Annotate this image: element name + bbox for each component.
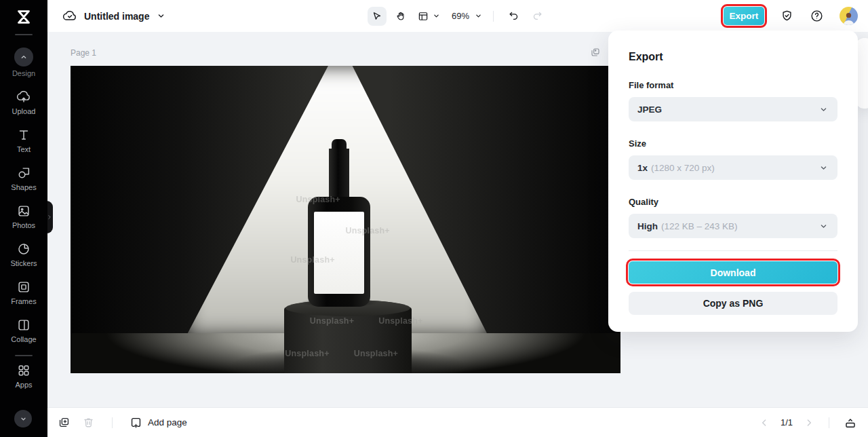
bottombar: Add page 1/1: [47, 407, 868, 437]
add-page-button[interactable]: Add page: [130, 416, 187, 429]
avatar[interactable]: [840, 7, 858, 25]
person-silhouette-icon: [842, 10, 856, 25]
canvas-page[interactable]: Unsplash+ Unsplash+ Unsplash+ Unsplash+ …: [71, 66, 620, 373]
hand-icon: [395, 10, 407, 22]
watermark: Unsplash+: [296, 195, 340, 204]
trash-icon: [82, 416, 95, 429]
sidebar-item-label: Design: [12, 69, 35, 77]
size-label: Size: [629, 138, 837, 149]
watermark: Unsplash+: [378, 316, 422, 326]
export-button[interactable]: Export: [724, 7, 764, 25]
sidebar-item-label: Text: [17, 145, 31, 153]
chevron-down-icon: [432, 12, 441, 20]
file-format-select[interactable]: JPEG: [629, 97, 837, 121]
sidebar-item-apps[interactable]: Apps: [0, 362, 47, 395]
shield-check-icon[interactable]: [780, 9, 794, 23]
quality-value: High: [637, 221, 658, 231]
present-icon: [844, 416, 857, 430]
add-page-label: Add page: [148, 417, 187, 428]
panel-divider: [629, 250, 837, 251]
title-menu-chevron-icon[interactable]: [156, 11, 166, 21]
sidebar-item-text[interactable]: Text: [0, 121, 47, 159]
redo-button[interactable]: [528, 7, 547, 26]
sidebar-item-label: Collage: [11, 335, 36, 343]
zoom-menu-chevron-icon[interactable]: [474, 12, 483, 20]
product-bottle: [308, 197, 370, 307]
sidebar-scroll-down-button[interactable]: [14, 410, 32, 428]
watermark: Unsplash+: [346, 226, 390, 235]
watermark: Unsplash+: [285, 349, 329, 358]
text-icon: [16, 128, 31, 142]
bottle-neck: [329, 149, 349, 201]
collapse-design-button[interactable]: [14, 48, 33, 66]
chevron-down-icon: [818, 163, 829, 173]
bottle-label: [314, 212, 364, 294]
select-tool-button[interactable]: [368, 7, 387, 26]
copy-as-png-button[interactable]: Copy as PNG: [629, 292, 837, 315]
duplicate-page-icon: [58, 416, 71, 429]
cloud-saved-icon: [62, 9, 77, 24]
photos-icon: [16, 204, 31, 218]
size-value: 1x: [637, 163, 648, 173]
sidebar-item-photos[interactable]: Photos: [0, 197, 47, 235]
watermark: Unsplash+: [354, 349, 398, 358]
sidebar-item-label: Photos: [12, 221, 35, 229]
delete-page-button[interactable]: [82, 416, 95, 429]
sidebar-item-upload[interactable]: Upload: [0, 83, 47, 121]
prev-page-button[interactable]: [759, 417, 770, 428]
apps-icon: [16, 363, 31, 378]
sidebar-item-stickers[interactable]: Stickers: [0, 235, 47, 273]
watermark: Unsplash+: [290, 255, 334, 265]
sidebar: Design Upload Text Shapes Photos Sticker…: [0, 0, 47, 437]
stickers-icon: [16, 242, 31, 256]
quality-select[interactable]: High (122 KB – 243 KB): [629, 214, 837, 238]
page-label: Page 1: [71, 48, 96, 58]
export-panel-title: Export: [629, 51, 837, 63]
redo-icon: [532, 10, 543, 22]
document-title[interactable]: Untitled image: [84, 11, 149, 22]
frames-icon: [16, 280, 31, 294]
sidebar-item-collage[interactable]: Collage: [0, 311, 47, 349]
shapes-icon: [16, 166, 31, 180]
sidebar-divider: [15, 34, 33, 35]
hand-tool-button[interactable]: [391, 7, 410, 26]
chevron-up-icon: [18, 52, 29, 62]
toolbar-divider: [493, 11, 494, 22]
export-panel: Export File format JPEG Size 1x (1280 x …: [608, 31, 858, 332]
sidebar-item-frames[interactable]: Frames: [0, 273, 47, 311]
capcut-logo-icon[interactable]: [14, 7, 34, 27]
sidebar-divider: [15, 355, 33, 356]
quality-label: Quality: [629, 197, 837, 207]
zoom-level: 69%: [448, 11, 469, 21]
bottombar-divider: [112, 417, 113, 428]
sidebar-item-label: Stickers: [10, 259, 37, 267]
present-button[interactable]: [844, 416, 857, 430]
duplicate-page-button[interactable]: [58, 416, 71, 429]
chevron-left-icon: [759, 417, 770, 428]
duplicate-page-icon[interactable]: [590, 47, 601, 58]
canvas-size-icon: [417, 10, 429, 22]
sidebar-item-design[interactable]: Design: [0, 41, 47, 83]
sidebar-item-shapes[interactable]: Shapes: [0, 159, 47, 197]
canvas-size-button[interactable]: [415, 7, 443, 26]
size-select[interactable]: 1x (1280 x 720 px): [629, 155, 837, 180]
photo-pedestal: [284, 300, 412, 373]
chevron-down-icon: [818, 221, 829, 231]
next-page-button[interactable]: [804, 417, 814, 428]
chevron-down-icon: [18, 414, 28, 424]
chevron-down-icon: [818, 104, 829, 115]
sidebar-item-label: Upload: [12, 107, 36, 115]
cursor-icon: [371, 10, 383, 22]
sidebar-item-label: Apps: [15, 381, 32, 389]
download-button[interactable]: Download: [629, 261, 837, 284]
undo-button[interactable]: [504, 7, 523, 26]
watermark: Unsplash+: [310, 316, 354, 326]
file-format-value: JPEG: [637, 104, 662, 115]
collage-icon: [16, 318, 31, 332]
file-format-label: File format: [629, 80, 837, 90]
page-indicator: 1/1: [778, 417, 795, 428]
size-detail: (1280 x 720 px): [651, 163, 715, 173]
chevron-right-icon: [804, 417, 814, 428]
help-icon[interactable]: [810, 9, 824, 23]
sidebar-item-label: Frames: [11, 297, 36, 305]
